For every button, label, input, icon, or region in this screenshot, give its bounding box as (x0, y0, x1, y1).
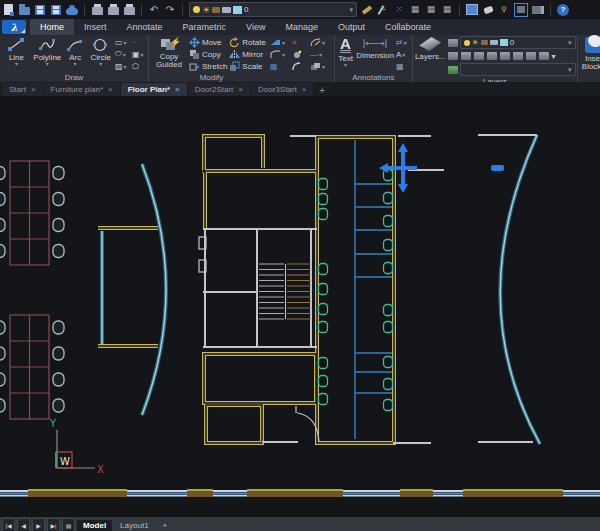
scale-tool[interactable]: Scale (229, 60, 266, 72)
ellipse-icon[interactable]: ⬭▾ (115, 49, 132, 59)
active-panel-icon[interactable] (514, 3, 528, 17)
chevron-down-icon[interactable]: ▾ (568, 66, 572, 74)
chamfer-icon[interactable]: ▾ (270, 50, 292, 59)
tab-collaborate[interactable]: Collaborate (375, 19, 441, 35)
tab-output[interactable]: Output (328, 19, 375, 35)
chevron-down-icon[interactable]: ▾ (46, 62, 49, 67)
stretch-tool[interactable]: Stretch (189, 60, 227, 72)
chevron-down-icon[interactable]: ▾ (74, 62, 77, 67)
entity-snap-nodes-icon[interactable]: ⁙ (393, 4, 405, 16)
copy-guided-tool[interactable]: ⚡ Copy Guided (151, 36, 187, 69)
qat-layer-dropdown[interactable]: ☀ 0 ▾ (189, 2, 357, 17)
polyline-tool[interactable]: Polyline ▾ (33, 36, 62, 67)
doc-tab-door3start[interactable]: Door3Start × (251, 83, 313, 96)
layer-off-icon[interactable] (487, 52, 497, 60)
chevron-down-icon[interactable]: ▾ (344, 63, 347, 68)
layer-state-icon[interactable] (448, 66, 458, 74)
table-icon[interactable]: ▦ (396, 62, 410, 71)
array-icon[interactable]: ▦ (270, 62, 292, 71)
drawing-canvas[interactable]: Y W X (0, 96, 600, 517)
doc-tab-furniture-plan[interactable]: Furniture plan* × (44, 83, 120, 96)
layer-unisolate-icon[interactable] (461, 52, 471, 60)
tab-view[interactable]: View (236, 19, 275, 35)
text-style-icon[interactable]: A▾ (396, 50, 410, 59)
prev-layout-button[interactable]: ◀ (17, 518, 30, 531)
next-layout-button[interactable]: ▶ (32, 518, 45, 531)
undo-icon[interactable]: ↶ (148, 4, 160, 16)
find-key-icon[interactable]: ⚲ (498, 4, 510, 16)
layer-delete-icon[interactable] (526, 52, 536, 60)
move-tool[interactable]: Move (189, 36, 227, 48)
arc-edit-icon[interactable] (292, 62, 310, 71)
panels-icon[interactable] (532, 4, 544, 16)
add-layout-button[interactable]: + (157, 520, 174, 531)
layer-tools-1-icon[interactable]: ▦ (409, 4, 421, 16)
chevron-down-icon[interactable]: ▾ (552, 52, 556, 61)
chevron-down-icon[interactable]: ▾ (568, 39, 572, 47)
save-as-icon[interactable] (50, 4, 62, 16)
close-tab-icon[interactable]: × (302, 85, 307, 94)
layer-tools-2-icon[interactable]: ▦ (425, 4, 437, 16)
tab-manage[interactable]: Manage (275, 19, 328, 35)
doc-tab-door2start[interactable]: Door2Start × (188, 83, 250, 96)
new-tab-button[interactable]: + (314, 85, 330, 96)
rectangle-icon[interactable]: ▭▾ (115, 38, 132, 47)
region-icon[interactable]: ▣▾ (132, 50, 146, 59)
layout1-tab[interactable]: Layout1 (114, 520, 154, 531)
ribbon-layer-dropdown[interactable]: ☀ 0 ▾ (460, 36, 576, 49)
redo-icon[interactable]: ↷ (164, 4, 176, 16)
insert-block-button[interactable]: Insert Block... (580, 36, 600, 71)
layer-tools-3-icon[interactable]: ▦ (441, 4, 453, 16)
close-tab-icon[interactable]: × (108, 85, 113, 94)
plot-icon[interactable] (91, 4, 103, 16)
first-layout-button[interactable]: |◀ (2, 518, 15, 531)
tab-home[interactable]: Home (30, 19, 74, 35)
dimension-tool[interactable]: Dimension (356, 36, 394, 60)
model-tab[interactable]: Model (77, 520, 112, 531)
polygon-icon[interactable]: ⬠ (132, 62, 146, 71)
match-properties-brush-icon[interactable] (361, 4, 373, 16)
bricscad-logo[interactable]: λ (2, 20, 26, 34)
last-layout-button[interactable]: ▶| (47, 518, 60, 531)
offset-icon[interactable]: ▾ (310, 62, 332, 71)
close-tab-icon[interactable]: × (175, 85, 180, 94)
help-icon[interactable]: ? (557, 4, 569, 16)
layout-list-button[interactable]: ▤ (62, 518, 75, 531)
close-tab-icon[interactable]: × (31, 85, 36, 94)
publish-icon[interactable] (107, 4, 119, 16)
close-tab-icon[interactable]: × (238, 85, 243, 94)
doc-tab-start[interactable]: Start × (2, 83, 43, 96)
arc-tool[interactable]: Arc ▾ (64, 36, 87, 67)
layer-isolate-icon[interactable] (448, 52, 458, 60)
layers-button[interactable]: Layers... (415, 36, 446, 61)
lengthen-icon[interactable]: —▾ (310, 50, 332, 59)
open-file-icon[interactable] (18, 4, 30, 16)
tab-parametric[interactable]: Parametric (173, 19, 237, 35)
explode-icon[interactable] (292, 50, 310, 59)
new-file-icon[interactable] (2, 4, 14, 16)
chevron-down-icon[interactable]: ▾ (99, 62, 102, 67)
tab-annotate[interactable]: Annotate (117, 19, 173, 35)
line-tool[interactable]: Line ▾ (2, 36, 31, 67)
layer-filter-dropdown[interactable]: ▾ (460, 63, 576, 76)
layer-walk-icon[interactable] (539, 52, 549, 60)
chevron-down-icon[interactable]: ▾ (349, 6, 353, 14)
copy-tool[interactable]: Copy (189, 48, 227, 60)
chevron-down-icon[interactable]: ▾ (15, 62, 18, 67)
print-icon[interactable] (123, 4, 135, 16)
save-icon[interactable] (34, 4, 46, 16)
layer-freeze-icon[interactable] (474, 52, 484, 60)
erase-icon[interactable]: × (292, 38, 310, 47)
doc-tab-floor-plan[interactable]: Floor Plan* × (121, 83, 187, 96)
mirror-tool[interactable]: Mirror (229, 48, 266, 60)
cloud-upload-icon[interactable] (66, 4, 78, 16)
hatch-icon[interactable]: ▨▾ (115, 62, 132, 71)
layer-lock-icon[interactable] (500, 52, 510, 60)
layer-set-current-icon[interactable] (448, 39, 458, 47)
tab-insert[interactable]: Insert (74, 19, 117, 35)
circle-tool[interactable]: Circle ▾ (89, 36, 114, 67)
layer-merge-icon[interactable] (513, 52, 523, 60)
draw-order-pencil-icon[interactable]: + (377, 4, 389, 16)
eraser-icon[interactable] (482, 4, 494, 16)
fillet-icon[interactable]: ▾ (310, 38, 332, 47)
